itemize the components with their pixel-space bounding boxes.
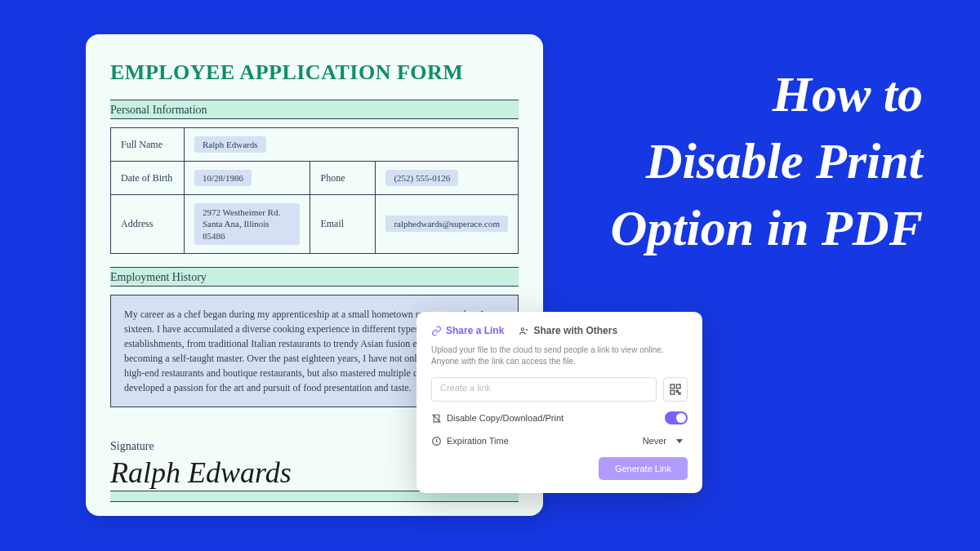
address-label: Address	[111, 195, 185, 254]
share-panel: Share a Link Share with Others Upload yo…	[416, 312, 702, 493]
dob-cell: 10/28/1986	[185, 162, 310, 195]
table-row: Full Name Ralph Edwards	[111, 128, 519, 162]
qr-button[interactable]	[663, 377, 688, 402]
fullname-value: Ralph Edwards	[194, 136, 266, 153]
email-label: Email	[310, 195, 376, 254]
disable-copy-option: Disable Copy/Download/Print	[431, 411, 688, 424]
email-cell: ralphedwards@superace.com	[376, 195, 519, 254]
section-history-header: Employment History	[110, 267, 519, 287]
address-value: 2972 Westheimer Rd.Santa Ana, Illinois 8…	[194, 203, 300, 245]
table-row: Address 2972 Westheimer Rd.Santa Ana, Il…	[111, 195, 519, 254]
address-cell: 2972 Westheimer Rd.Santa Ana, Illinois 8…	[185, 195, 310, 254]
email-value: ralphedwards@superace.com	[385, 216, 508, 232]
generate-link-button[interactable]: Generate Link	[599, 457, 688, 480]
clock-icon	[431, 436, 442, 447]
svg-rect-2	[676, 384, 680, 389]
dob-value: 10/28/1986	[194, 170, 252, 186]
disable-icon	[431, 413, 442, 424]
link-icon	[431, 326, 442, 336]
fullname-cell: Ralph Edwards	[185, 128, 519, 162]
share-tabs: Share a Link Share with Others	[431, 325, 688, 336]
dob-label: Date of Birth	[111, 162, 185, 195]
link-input[interactable]: Create a link	[431, 377, 657, 402]
expiration-value: Never	[643, 436, 666, 446]
svg-point-0	[522, 327, 524, 330]
disable-copy-label: Disable Copy/Download/Print	[447, 413, 564, 423]
svg-rect-3	[670, 390, 675, 394]
people-icon	[519, 326, 529, 336]
svg-rect-5	[679, 393, 680, 394]
chevron-down-icon	[676, 439, 683, 443]
form-title: EMPLOYEE APPLICATION FORM	[110, 60, 519, 85]
tab-share-others[interactable]: Share with Others	[519, 325, 617, 336]
phone-cell: (252) 555-0126	[376, 162, 519, 195]
tab-share-link[interactable]: Share a Link	[431, 325, 504, 336]
svg-rect-4	[676, 390, 678, 392]
expiration-dropdown[interactable]: Never	[638, 434, 688, 447]
page-headline: How to Disable Print Option in PDF	[604, 61, 923, 261]
section-personal-header: Personal Information	[110, 100, 519, 119]
phone-value: (252) 555-0126	[385, 170, 458, 186]
personal-info-table: Full Name Ralph Edwards Date of Birth 10…	[110, 127, 519, 254]
phone-label: Phone	[310, 162, 376, 195]
qr-icon	[669, 383, 682, 396]
link-row: Create a link	[431, 377, 688, 402]
share-description: Upload your file to the cloud to send pe…	[431, 344, 688, 367]
table-row: Date of Birth 10/28/1986 Phone (252) 555…	[111, 162, 519, 195]
svg-rect-1	[670, 384, 675, 389]
expiration-option: Expiration Time Never	[431, 434, 688, 447]
tab-share-link-label: Share a Link	[446, 325, 504, 336]
tab-share-others-label: Share with Others	[533, 325, 617, 336]
disable-copy-toggle[interactable]	[665, 411, 688, 424]
expiration-label: Expiration Time	[447, 436, 509, 446]
fullname-label: Full Name	[111, 128, 185, 162]
